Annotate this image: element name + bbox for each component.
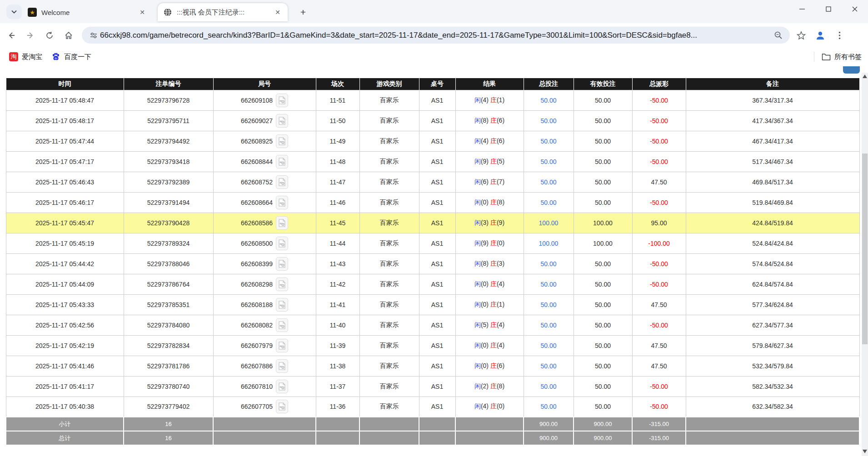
minimize-button[interactable] xyxy=(789,0,815,18)
menu-kebab-icon[interactable] xyxy=(832,28,847,43)
cell-total-bet[interactable]: 50.00 xyxy=(524,253,574,274)
cell-bet-id: 522973779402 xyxy=(124,397,213,417)
tab-welcome[interactable]: ★ Welcome ✕ xyxy=(22,3,152,21)
bookmark-star-icon[interactable] xyxy=(793,28,809,43)
cell-total-bet[interactable]: 50.00 xyxy=(524,274,574,294)
home-button[interactable] xyxy=(61,28,76,43)
cell-result: 闲(0) 庄(4) xyxy=(455,335,524,356)
video-replay-button[interactable] xyxy=(276,298,288,312)
cell-total-bet[interactable]: 100.00 xyxy=(524,213,574,233)
tab-close-icon[interactable]: ✕ xyxy=(273,8,282,17)
video-replay-button[interactable] xyxy=(276,380,288,393)
all-bookmarks-button[interactable]: 所有书签 xyxy=(814,47,862,66)
bookmark-taobao[interactable]: 淘 爱淘宝 xyxy=(9,52,42,61)
result-banker-label: 庄 xyxy=(490,321,497,328)
table-row[interactable]: 2025-11-17 05:48:47 522973796728 6626091… xyxy=(6,90,859,110)
video-replay-button[interactable] xyxy=(276,359,288,373)
cell-session: 11-38 xyxy=(316,356,359,376)
table-row[interactable]: 2025-11-17 05:46:17 522973791494 6626086… xyxy=(6,192,859,213)
table-row[interactable]: 2025-11-17 05:42:19 522973782834 6626079… xyxy=(6,335,859,356)
table-row[interactable]: 2025-11-17 05:45:19 522973789324 6626085… xyxy=(6,233,859,253)
cell-total-bet[interactable]: 50.00 xyxy=(524,172,574,192)
bookmark-baidu[interactable]: du 百度一下 xyxy=(51,52,91,61)
table-row[interactable]: 2025-11-17 05:45:47 522973790428 6626085… xyxy=(6,213,859,233)
table-row[interactable]: 2025-11-17 05:41:17 522973780740 6626078… xyxy=(6,376,859,397)
video-replay-button[interactable] xyxy=(276,155,288,169)
total-label: 小计 xyxy=(6,417,124,431)
video-replay-button[interactable] xyxy=(276,216,288,230)
cell-session: 11-51 xyxy=(316,90,359,110)
zoom-icon[interactable] xyxy=(772,29,784,42)
page-blue-button[interactable] xyxy=(843,66,860,74)
video-replay-button[interactable] xyxy=(276,94,288,107)
cell-total-bet[interactable]: 50.00 xyxy=(524,335,574,356)
cell-total-bet[interactable]: 50.00 xyxy=(524,131,574,151)
cell-table-no: AS1 xyxy=(419,376,455,397)
profile-avatar[interactable] xyxy=(813,28,828,43)
cell-total-bet[interactable]: 50.00 xyxy=(524,151,574,172)
welcome-favicon-icon: ★ xyxy=(28,8,37,17)
video-replay-button[interactable] xyxy=(276,134,288,148)
cell-total-bet[interactable]: 50.00 xyxy=(524,90,574,110)
table-row[interactable]: 2025-11-17 05:41:46 522973781786 6626078… xyxy=(6,356,859,376)
cell-game-type: 百家乐 xyxy=(359,110,419,131)
scroll-up-icon[interactable] xyxy=(863,74,867,78)
table-row[interactable]: 2025-11-17 05:47:44 522973794492 6626089… xyxy=(6,131,859,151)
table-row[interactable]: 2025-11-17 05:40:38 522973779402 6626077… xyxy=(6,397,859,417)
tab-close-icon[interactable]: ✕ xyxy=(138,8,147,17)
table-row[interactable]: 2025-11-17 05:48:17 522973795711 6626090… xyxy=(6,110,859,131)
table-row[interactable]: 2025-11-17 05:42:56 522973784080 6626080… xyxy=(6,315,859,335)
result-banker-score: (8) xyxy=(497,382,504,390)
cell-bet-id: 522973793418 xyxy=(124,151,213,172)
cell-total-bet[interactable]: 100.00 xyxy=(524,233,574,253)
cell-result: 闲(8) 庄(3) xyxy=(455,253,524,274)
cell-total-bet[interactable]: 50.00 xyxy=(524,376,574,397)
video-replay-button[interactable] xyxy=(276,196,288,209)
back-button[interactable] xyxy=(4,28,19,43)
forward-button[interactable] xyxy=(23,28,38,43)
site-settings-icon[interactable] xyxy=(87,29,100,42)
page-scrollbar[interactable] xyxy=(862,73,868,456)
video-file-icon xyxy=(279,362,285,370)
reload-button[interactable] xyxy=(42,28,57,43)
cell-total-bet[interactable]: 50.00 xyxy=(524,192,574,213)
cell-time: 2025-11-17 05:42:19 xyxy=(6,335,124,356)
video-replay-button[interactable] xyxy=(276,400,288,413)
video-replay-button[interactable] xyxy=(276,257,288,271)
url-bar[interactable]: 66cxkj98.com/game/betrecord_search/kind3… xyxy=(82,27,790,44)
maximize-button[interactable] xyxy=(815,0,842,18)
result-player-label: 闲 xyxy=(474,362,481,369)
cell-total-bet[interactable]: 50.00 xyxy=(524,315,574,335)
tab-bet-records[interactable]: :::视讯 会员下注纪录::: ✕ xyxy=(158,3,288,21)
scrollbar-thumb[interactable] xyxy=(862,154,868,344)
cell-total-bet[interactable]: 50.00 xyxy=(524,356,574,376)
total-bet: 900.00 xyxy=(524,417,574,431)
cell-game-type: 百家乐 xyxy=(359,294,419,315)
total-valid-bet: 900.00 xyxy=(574,417,632,431)
cell-time: 2025-11-17 05:46:17 xyxy=(6,192,124,213)
video-replay-button[interactable] xyxy=(276,278,288,291)
round-number: 662609027 xyxy=(241,117,273,124)
cell-payout: -50.00 xyxy=(632,397,686,417)
tab-search-button[interactable] xyxy=(6,5,22,19)
table-row[interactable]: 2025-11-17 05:47:17 522973793418 6626088… xyxy=(6,151,859,172)
url-text[interactable]: 66cxkj98.com/game/betrecord_search/kind3… xyxy=(100,31,772,40)
cell-total-bet[interactable]: 50.00 xyxy=(524,110,574,131)
table-row[interactable]: 2025-11-17 05:44:09 522973786764 6626082… xyxy=(6,274,859,294)
cell-total-bet[interactable]: 50.00 xyxy=(524,397,574,417)
video-replay-button[interactable] xyxy=(276,175,288,189)
video-replay-button[interactable] xyxy=(276,114,288,128)
cell-remark: 579.84/627.34 xyxy=(686,335,859,356)
close-button[interactable] xyxy=(842,0,868,18)
cell-total-bet[interactable]: 50.00 xyxy=(524,294,574,315)
table-row[interactable]: 2025-11-17 05:43:33 522973785351 6626081… xyxy=(6,294,859,315)
table-row[interactable]: 2025-11-17 05:44:42 522973788046 6626083… xyxy=(6,253,859,274)
total-payout: -315.00 xyxy=(632,431,686,445)
new-tab-button[interactable]: + xyxy=(296,5,310,19)
table-row[interactable]: 2025-11-17 05:46:43 522973792389 6626087… xyxy=(6,172,859,192)
cell-remark: 367.34/317.34 xyxy=(686,90,859,110)
video-replay-button[interactable] xyxy=(276,318,288,332)
video-replay-button[interactable] xyxy=(276,237,288,250)
scroll-down-icon[interactable] xyxy=(863,450,867,453)
video-replay-button[interactable] xyxy=(276,339,288,352)
